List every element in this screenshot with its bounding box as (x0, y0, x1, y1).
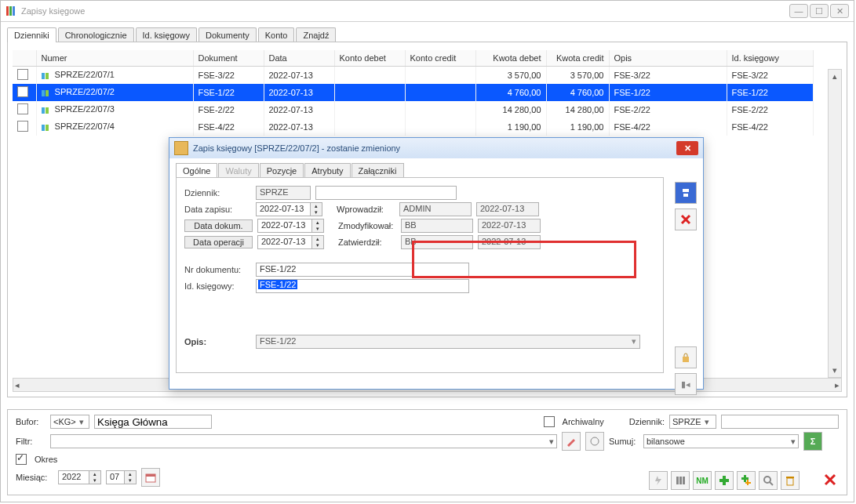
fld-zatwierdzil-date: 2022-07-13 (478, 235, 541, 249)
row-checkbox[interactable] (17, 69, 28, 80)
dziennik-desc-input[interactable] (721, 415, 839, 429)
add-icon[interactable] (715, 471, 734, 490)
tab-id-ksiegowy[interactable]: Id. księgowy (136, 27, 198, 42)
mies-spinner[interactable]: 07 ▴▾ (106, 470, 137, 484)
filter-tool-icon[interactable] (585, 432, 604, 451)
tab-dokumenty[interactable]: Dokumenty (199, 27, 257, 42)
svg-point-11 (591, 437, 599, 445)
svg-rect-16 (683, 477, 685, 484)
fld-zmodyfikowal-date: 2022-07-13 (478, 219, 541, 233)
dtab-zalaczniki[interactable]: Załączniki (352, 163, 404, 178)
spin-data-zapisu[interactable]: 2022-07-13▴▾ (256, 202, 322, 216)
svg-rect-20 (741, 477, 749, 480)
scroll-right-icon[interactable]: ▸ (835, 380, 840, 390)
tab-chronologicznie[interactable]: Chronologicznie (58, 27, 134, 42)
tab-konto[interactable]: Konto (258, 27, 295, 42)
svg-rect-10 (46, 125, 49, 131)
btn-data-dokum[interactable]: Data dokum. (184, 219, 253, 232)
svg-rect-13 (146, 474, 155, 477)
entry-dialog: Zapis księgowy [SPRZE/22/07/2] - zostani… (169, 137, 704, 390)
row-checkbox[interactable] (17, 103, 28, 114)
okres-checkbox[interactable] (16, 454, 27, 465)
lab-dziennik: Dziennik: (184, 188, 251, 198)
dialog-close-icon[interactable]: ✕ (676, 141, 698, 155)
dialog-nav-icon[interactable]: ▮◂ (675, 373, 697, 395)
bufor-desc-input[interactable] (94, 415, 212, 429)
dziennik-select[interactable]: SPRZE▾ (669, 415, 716, 429)
bufor-select[interactable]: <KG>▾ (50, 415, 89, 429)
col-opis[interactable]: Opis (609, 50, 727, 67)
lab-zmodyfikowal: Zmodyfikował: (338, 221, 396, 230)
folder-icon (174, 141, 188, 155)
dialog-titlebar[interactable]: Zapis księgowy [SPRZE/22/07/2] - zostani… (169, 138, 703, 158)
btn-data-operacji[interactable]: Data operacji (184, 236, 253, 248)
col-data[interactable]: Data (264, 50, 334, 67)
table-row[interactable]: SPRZE/22/07/3FSE-2/222022-07-1314 280,00… (13, 101, 813, 118)
bufor-label: Bufor: (16, 417, 46, 426)
col-kwota-credit[interactable]: Kwota credit (546, 50, 609, 67)
columns-icon[interactable] (671, 471, 690, 490)
tab-dzienniki[interactable]: Dzienniki (7, 27, 56, 42)
fld-dziennik-extra[interactable] (315, 186, 457, 200)
svg-rect-14 (676, 477, 679, 484)
nm-icon[interactable]: NM (693, 471, 712, 490)
archiwalny-checkbox[interactable] (544, 416, 555, 427)
col-konto-credit[interactable]: Konto credit (405, 50, 475, 67)
table-row[interactable]: SPRZE/22/07/1FSE-3/222022-07-133 570,003… (13, 67, 813, 85)
row-checkbox[interactable] (17, 86, 28, 97)
dtab-pozycje[interactable]: Pozycje (260, 163, 304, 178)
svg-rect-7 (42, 107, 45, 114)
close-icon[interactable]: ✕ (830, 4, 849, 18)
row-checkbox[interactable] (17, 121, 28, 132)
fld-nr-dokumentu[interactable]: FSE-1/22 (256, 263, 469, 277)
spin-data-operacji[interactable]: 2022-07-13▴▾ (257, 235, 324, 249)
maximize-icon[interactable]: ☐ (810, 4, 829, 18)
col-dokument[interactable]: Dokument (193, 50, 264, 67)
col-id-ksiegowy[interactable]: Id. księgowy (727, 50, 813, 67)
calendar-icon[interactable] (141, 468, 160, 487)
sumuj-label: Sumuj: (609, 437, 639, 446)
dialog-lock-icon[interactable] (675, 346, 697, 368)
entry-icon (42, 89, 51, 98)
lab-data-zapisu: Data zapisu: (184, 205, 251, 214)
sum-sigma-icon[interactable]: Σ (803, 432, 822, 451)
zoom-icon[interactable] (759, 471, 778, 490)
close-bottom-icon[interactable] (821, 471, 839, 488)
main-tabrow: Dzienniki Chronologicznie Id. księgowy D… (7, 27, 847, 42)
dialog-cancel-icon[interactable] (675, 208, 697, 230)
titlebar: Zapisy księgowe ― ☐ ✕ (1, 1, 854, 22)
trash-icon[interactable] (781, 471, 800, 490)
dialog-save-icon[interactable] (675, 182, 697, 204)
dtab-ogolne[interactable]: Ogólne (176, 163, 217, 178)
fld-opis[interactable]: FSE-1/22▾ (256, 335, 640, 349)
minimize-icon[interactable]: ― (789, 4, 808, 18)
col-kwota-debet[interactable]: Kwota debet (475, 50, 546, 67)
scroll-left-icon[interactable]: ◂ (15, 380, 20, 390)
fld-id-ksiegowy[interactable]: FSE-1/22 (256, 279, 469, 293)
scroll-up-icon[interactable]: ▴ (832, 71, 837, 82)
dtab-atrybuty[interactable]: Atrybuty (304, 163, 350, 178)
dtab-waluty[interactable]: Waluty (218, 163, 258, 178)
table-row[interactable]: SPRZE/22/07/2FSE-1/222022-07-134 760,004… (13, 84, 813, 101)
svg-point-23 (764, 477, 770, 483)
svg-rect-1 (9, 6, 12, 16)
lab-opis: Opis: (184, 337, 251, 346)
fld-dziennik[interactable]: SPRZE (256, 186, 311, 200)
dialog-title: Zapis księgowy [SPRZE/22/07/2] - zostani… (193, 143, 400, 153)
grid-vscrollbar[interactable]: ▴ ▾ (828, 69, 842, 378)
entry-icon (42, 71, 51, 81)
lightning-icon[interactable] (649, 471, 668, 490)
okres-label: Okres (35, 455, 57, 464)
dialog-content: Ogólne Waluty Pozycje Atrybuty Załącznik… (169, 158, 703, 389)
col-numer[interactable]: Numer (36, 50, 193, 67)
filter-edit-icon[interactable] (562, 432, 581, 451)
rok-spinner[interactable]: 2022 ▴▾ (58, 470, 101, 484)
sumuj-select[interactable]: bilansowe▾ (643, 434, 799, 448)
filtr-select[interactable]: ▾ (50, 434, 557, 448)
add-multi-icon[interactable] (737, 471, 756, 490)
col-konto-debet[interactable]: Konto debet (334, 50, 405, 67)
scroll-down-icon[interactable]: ▾ (832, 365, 837, 375)
table-row[interactable]: SPRZE/22/07/4FSE-4/222022-07-131 190,001… (13, 118, 813, 136)
spin-data-dokum[interactable]: 2022-07-13▴▾ (257, 219, 324, 233)
tab-znajdz[interactable]: Znajdź (296, 27, 336, 42)
